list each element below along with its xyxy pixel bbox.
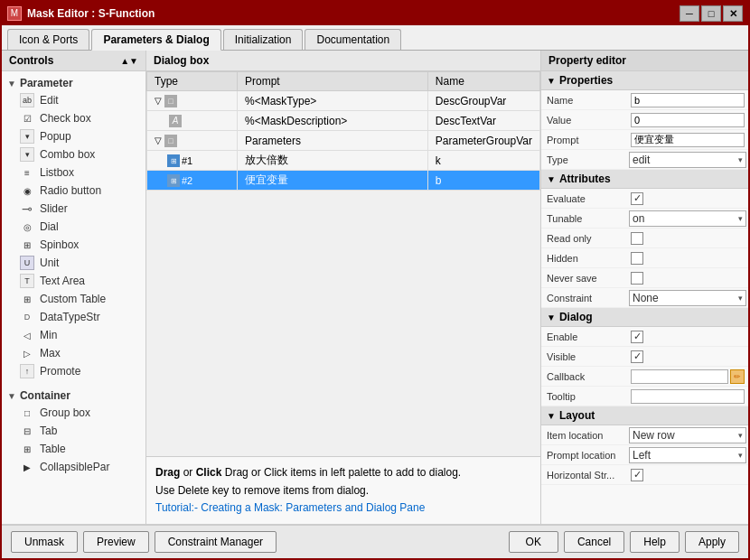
dialog-header: Dialog box <box>146 51 540 71</box>
prop-row-evaluate: Evaluate <box>541 189 748 209</box>
layout-section-header[interactable]: ▼ Layout <box>541 406 748 425</box>
tunable-dropdown-arrow: ▾ <box>738 214 743 223</box>
unmask-button[interactable]: Unmask <box>11 531 78 553</box>
prop-constraint-value[interactable]: None ▾ <box>627 289 748 307</box>
preview-button[interactable]: Preview <box>83 531 149 553</box>
control-item-combo-box[interactable]: ▾ Combo box <box>2 145 145 163</box>
cancel-button[interactable]: Cancel <box>564 531 624 553</box>
prop-value-value[interactable] <box>627 111 748 129</box>
bottom-bar: Unmask Preview Constraint Manager OK Can… <box>2 524 748 558</box>
prop-callback-value[interactable]: ✏ <box>627 368 748 386</box>
properties-section-header[interactable]: ▼ Properties <box>541 71 748 90</box>
prop-prompt-location-value[interactable]: Left ▾ <box>627 446 748 464</box>
control-item-edit[interactable]: ab Edit <box>2 91 145 109</box>
prop-tunable-value[interactable]: on ▾ <box>627 210 748 228</box>
tab-initialization[interactable]: Initialization <box>223 29 304 50</box>
controls-header: Controls ▲▼ <box>2 51 145 71</box>
horizontal-str-checkbox[interactable] <box>631 469 643 481</box>
control-item-custom-table[interactable]: ⊞ Custom Table <box>2 290 145 308</box>
prop-evaluate-value[interactable] <box>627 191 748 207</box>
main-window: M Mask Editor : S-Function ─ □ ✕ Icon & … <box>0 0 750 560</box>
prop-tooltip-value[interactable] <box>627 387 748 406</box>
hidden-checkbox[interactable] <box>631 252 643 265</box>
prop-never-save-value[interactable] <box>627 270 748 286</box>
tab-documentation[interactable]: Documentation <box>305 29 401 50</box>
control-item-text-area[interactable]: T Text Area <box>2 272 145 290</box>
evaluate-checkbox[interactable] <box>631 192 643 205</box>
constraint-dropdown[interactable]: None ▾ <box>629 290 746 306</box>
dialog-table-area[interactable]: Type Prompt Name ▽ □ <box>146 71 540 456</box>
prop-read-only-value[interactable] <box>627 230 748 247</box>
control-item-dial[interactable]: ◎ Dial <box>2 218 145 236</box>
tab-params-dialog[interactable]: Parameters & Dialog <box>91 29 220 51</box>
col-prompt: Prompt <box>238 72 428 91</box>
item-location-dropdown[interactable]: New row ▾ <box>629 427 746 443</box>
tutorial-link[interactable]: Tutorial:- Creating a Mask: Parameters a… <box>155 501 425 514</box>
prompt-location-dropdown[interactable]: Left ▾ <box>629 447 746 463</box>
prop-value-label: Value <box>541 113 627 127</box>
table-row[interactable]: ⊞ #1 放大倍数 k <box>147 151 540 171</box>
control-item-datatype-str[interactable]: D DataTypeStr <box>2 308 145 326</box>
expand-icon[interactable]: ▽ <box>155 96 162 106</box>
type-dropdown[interactable]: edit ▾ <box>629 152 746 168</box>
tooltip-input[interactable] <box>631 389 745 404</box>
control-item-check-box[interactable]: ☑ Check box <box>2 109 145 127</box>
controls-scroll[interactable]: ▼ Parameter ab Edit ☑ Check box ▾ Popup … <box>2 71 145 524</box>
prop-hidden-value[interactable] <box>627 250 748 266</box>
apply-button[interactable]: Apply <box>685 531 739 553</box>
tunable-dropdown[interactable]: on ▾ <box>629 210 746 227</box>
prop-row-type: Type edit ▾ <box>541 150 748 170</box>
control-item-group-box[interactable]: □ Group box <box>2 404 145 422</box>
table-row[interactable]: ▽ □ Parameters ParameterGroupVar <box>147 131 540 151</box>
control-item-radio-button[interactable]: ◉ Radio button <box>2 182 145 200</box>
control-item-slider[interactable]: ⊸ Slider <box>2 200 145 218</box>
control-item-collapsible[interactable]: ▶ CollapsiblePar <box>2 458 145 476</box>
prop-row-enable: Enable <box>541 327 748 347</box>
control-item-spinbox[interactable]: ⊞ Spinbox <box>2 236 145 254</box>
table-row[interactable]: ⊞ #2 便宜变量 b <box>147 171 540 191</box>
visible-checkbox[interactable] <box>631 350 643 363</box>
value-input[interactable] <box>631 113 745 127</box>
enable-checkbox[interactable] <box>631 331 643 343</box>
prop-name-value[interactable] <box>627 91 748 109</box>
control-item-min[interactable]: ◁ Min <box>2 326 145 344</box>
prompt-input[interactable] <box>631 133 745 147</box>
table-row[interactable]: A %<MaskDescription> DescTextVar <box>147 111 540 131</box>
dial-icon: ◎ <box>20 219 34 234</box>
attributes-section-header[interactable]: ▼ Attributes <box>541 170 748 189</box>
never-save-checkbox[interactable] <box>631 272 643 285</box>
expand-icon[interactable]: ▽ <box>155 135 162 145</box>
control-item-table[interactable]: ⊞ Table <box>2 440 145 458</box>
prop-item-location-value[interactable]: New row ▾ <box>627 426 748 444</box>
control-item-unit[interactable]: U Unit <box>2 254 145 272</box>
minimize-button[interactable]: ─ <box>680 5 699 22</box>
close-button[interactable]: ✕ <box>723 5 743 22</box>
control-item-listbox[interactable]: ≡ Listbox <box>2 163 145 182</box>
control-item-popup[interactable]: ▾ Popup <box>2 127 145 145</box>
control-item-max[interactable]: ▷ Max <box>2 344 145 362</box>
prop-visible-value[interactable] <box>627 349 748 365</box>
name-input[interactable] <box>631 93 745 107</box>
control-item-tab[interactable]: ⊟ Tab <box>2 422 145 440</box>
prop-type-value[interactable]: edit ▾ <box>627 151 748 169</box>
dial-label: Dial <box>40 220 59 233</box>
parameter-section-header[interactable]: ▼ Parameter <box>2 75 145 91</box>
prop-enable-value[interactable] <box>627 329 748 345</box>
tab-icon-ports[interactable]: Icon & Ports <box>7 29 89 50</box>
callback-edit-button[interactable]: ✏ <box>730 369 745 384</box>
constraint-manager-button[interactable]: Constraint Manager <box>155 531 277 553</box>
control-item-promote[interactable]: ↑ Promote <box>2 362 145 380</box>
prop-prompt-value[interactable] <box>627 131 748 149</box>
prop-prompt-location-label: Prompt location <box>541 448 627 462</box>
callback-input[interactable] <box>631 369 728 384</box>
param-icon: ⊞ <box>167 154 180 167</box>
dialog-section-header[interactable]: ▼ Dialog <box>541 308 748 327</box>
prop-horizontal-str-value[interactable] <box>627 467 748 483</box>
max-label: Max <box>40 347 61 359</box>
read-only-checkbox[interactable] <box>631 232 643 245</box>
maximize-button[interactable]: □ <box>701 5 721 22</box>
help-button[interactable]: Help <box>630 531 680 553</box>
container-section-header[interactable]: ▼ Container <box>2 387 145 404</box>
ok-button[interactable]: OK <box>509 531 558 553</box>
table-row[interactable]: ▽ □ %<MaskType> DescGroupVar <box>147 91 540 111</box>
